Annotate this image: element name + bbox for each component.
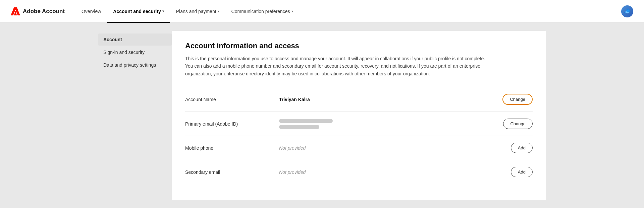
label-account-name: Account Name xyxy=(185,97,279,102)
table-row-primary-email: Primary email (Adobe ID) Change xyxy=(185,112,533,136)
action-primary-email: Change xyxy=(503,119,533,129)
sidebar-item-account[interactable]: Account xyxy=(98,33,172,46)
value-secondary-email: Not provided xyxy=(279,169,511,175)
user-avatar[interactable]: 🧢 xyxy=(621,5,633,17)
nav-right: 🧢 xyxy=(621,5,633,17)
main-container: Account Sign-in and security Data and pr… xyxy=(87,23,557,208)
page-description: This is the personal information you use… xyxy=(185,55,487,77)
sidebar-item-sign-in-security[interactable]: Sign-in and security xyxy=(98,46,172,58)
nav-communication[interactable]: Communication preferences ▾ xyxy=(225,0,299,23)
add-secondary-email-button[interactable]: Add xyxy=(511,167,533,177)
redacted-email-line-1 xyxy=(279,119,333,123)
action-account-name: Change xyxy=(502,94,533,105)
communication-chevron-icon: ▾ xyxy=(291,9,293,13)
content-area: Account information and access This is t… xyxy=(172,31,546,200)
label-primary-email: Primary email (Adobe ID) xyxy=(185,121,279,127)
logo-area[interactable]: Adobe Account xyxy=(11,7,65,15)
nav-plans-payment[interactable]: Plans and payment ▾ xyxy=(170,0,225,23)
redacted-email-line-2 xyxy=(279,125,319,129)
change-primary-email-button[interactable]: Change xyxy=(503,119,533,129)
label-secondary-email: Secondary email xyxy=(185,169,279,175)
adobe-logo-icon xyxy=(11,7,20,15)
table-row-mobile-phone: Mobile phone Not provided Add xyxy=(185,136,533,160)
table-row-secondary-email: Secondary email Not provided Add xyxy=(185,160,533,184)
value-primary-email xyxy=(279,119,503,129)
value-mobile-phone: Not provided xyxy=(279,145,511,151)
nav-overview[interactable]: Overview xyxy=(75,0,107,23)
action-secondary-email: Add xyxy=(511,167,533,177)
account-security-chevron-icon: ▾ xyxy=(162,9,164,13)
nav-links: Overview Account and security ▾ Plans an… xyxy=(75,0,621,23)
value-account-name: Triviyan Kalra xyxy=(279,97,502,102)
add-mobile-phone-button[interactable]: Add xyxy=(511,143,533,153)
table-row-account-name: Account Name Triviyan Kalra Change xyxy=(185,87,533,112)
nav-account-security[interactable]: Account and security ▾ xyxy=(107,0,170,23)
plans-payment-chevron-icon: ▾ xyxy=(218,9,219,13)
label-mobile-phone: Mobile phone xyxy=(185,145,279,151)
page-title: Account information and access xyxy=(185,42,533,50)
top-navigation: Adobe Account Overview Account and secur… xyxy=(0,0,644,23)
sidebar-item-data-privacy[interactable]: Data and privacy settings xyxy=(98,59,172,71)
sidebar: Account Sign-in and security Data and pr… xyxy=(98,31,172,200)
change-account-name-button[interactable]: Change xyxy=(502,94,533,105)
logo-text: Adobe Account xyxy=(23,8,65,15)
info-table: Account Name Triviyan Kalra Change Prima… xyxy=(185,87,533,184)
action-mobile-phone: Add xyxy=(511,143,533,153)
